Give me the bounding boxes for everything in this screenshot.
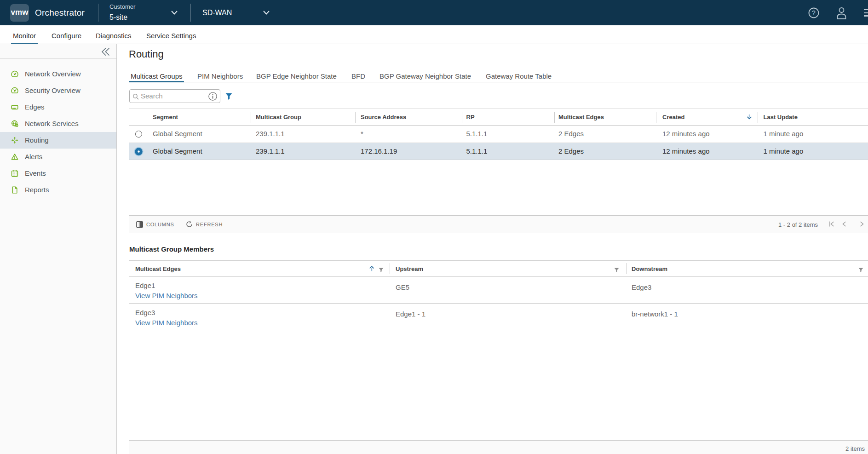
- svg-text:?: ?: [812, 9, 816, 17]
